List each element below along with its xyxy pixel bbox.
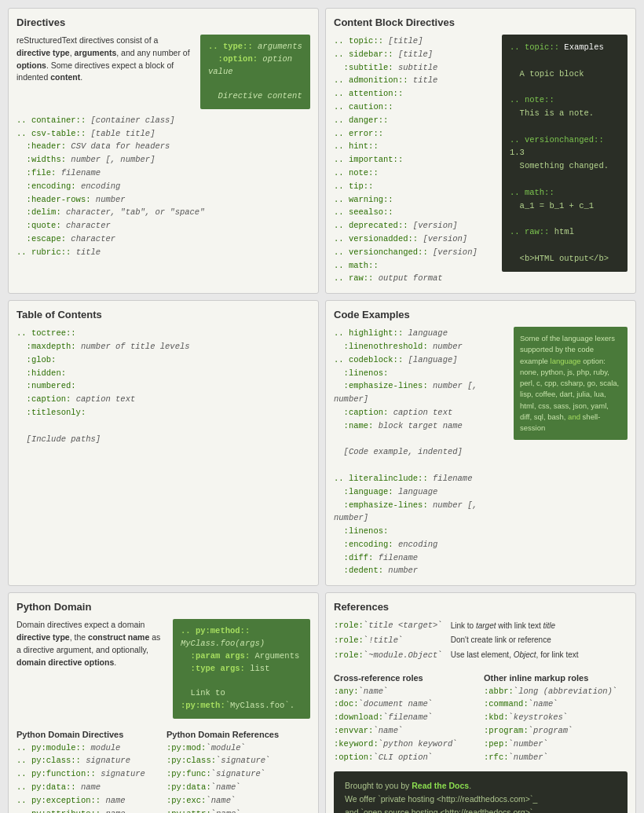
python-refs-code: :py:mod:`module` :py:class:`signature` :… [166, 742, 310, 813]
python-directives-subtitle: Python Domain Directives [16, 730, 160, 739]
python-domain-desc: Domain directives expect a domain direct… [16, 619, 166, 668]
content-block-title: Content Block Directives [334, 16, 628, 28]
toc-code: .. toctree:: :maxdepth: number of title … [16, 327, 310, 445]
content-block-card: Content Block Directives .. topic:: [tit… [325, 8, 636, 294]
role-1-desc: Link to target with link text title [451, 620, 628, 632]
page-container: Directives reStructuredText directives c… [8, 8, 636, 813]
references-title: References [334, 601, 628, 613]
directives-description: reStructuredText directives consist of a… [16, 35, 194, 84]
toc-title: Table of Contents [16, 309, 310, 320]
directives-card: Directives reStructuredText directives c… [8, 8, 319, 294]
role-2: :role:`!title` [334, 634, 443, 647]
toc-card: Table of Contents .. toctree:: :maxdepth… [8, 300, 319, 586]
other-roles-code: :abbr:`long (abbreviation)` :command:`na… [484, 685, 628, 764]
python-domain-example: .. py:method:: MyClass.foo(args) :param … [173, 619, 310, 718]
python-directives-refs: Python Domain Directives .. py:module:: … [16, 725, 310, 813]
content-block-code: .. topic:: [title] .. sidebar:: [title] … [334, 35, 496, 285]
references-card: References :role:`title <target>` Link t… [325, 592, 636, 813]
role-3-desc: Use last element, Object, for link text [451, 649, 628, 661]
role-1: :role:`title <target>` [334, 619, 443, 632]
content-block-example: .. topic:: Examples A topic block .. not… [502, 35, 628, 272]
cross-refs-title: Cross-reference roles [334, 673, 478, 683]
python-domain-title: Python Domain [16, 601, 310, 613]
role-2-desc: Don't create link or reference [451, 634, 628, 646]
python-refs-subtitle: Python Domain References [166, 730, 310, 739]
cross-other-refs: Cross-reference roles :any:`name` :doc:`… [334, 668, 628, 764]
footer-box-wrapper: Brought to you by Read the Docs. We offe… [334, 771, 628, 813]
code-examples-card: Code Examples .. highlight:: language :l… [325, 300, 636, 586]
lexers-box: Some of the language lexers supported by… [514, 327, 628, 440]
references-roles: :role:`title <target>` Link to target wi… [334, 619, 628, 661]
directives-code: .. container:: [container class] .. csv-… [16, 114, 310, 259]
other-roles-title: Other inline markup roles [484, 673, 628, 683]
python-domain-card: Python Domain Domain directives expect a… [8, 592, 319, 813]
cross-refs-code: :any:`name` :doc:`document name` :downlo… [334, 685, 478, 764]
role-3: :role:`~module.Object` [334, 649, 443, 662]
code-examples-code: .. highlight:: language :linenothreshold… [334, 327, 507, 577]
directives-title: Directives [16, 16, 310, 28]
python-directives-code: .. py:module:: module .. py:class:: sign… [16, 742, 160, 813]
footer-box: Brought to you by Read the Docs. We offe… [334, 771, 628, 813]
directives-syntax-box: .. type:: arguments :option: option valu… [200, 35, 310, 109]
code-examples-title: Code Examples [334, 309, 628, 320]
